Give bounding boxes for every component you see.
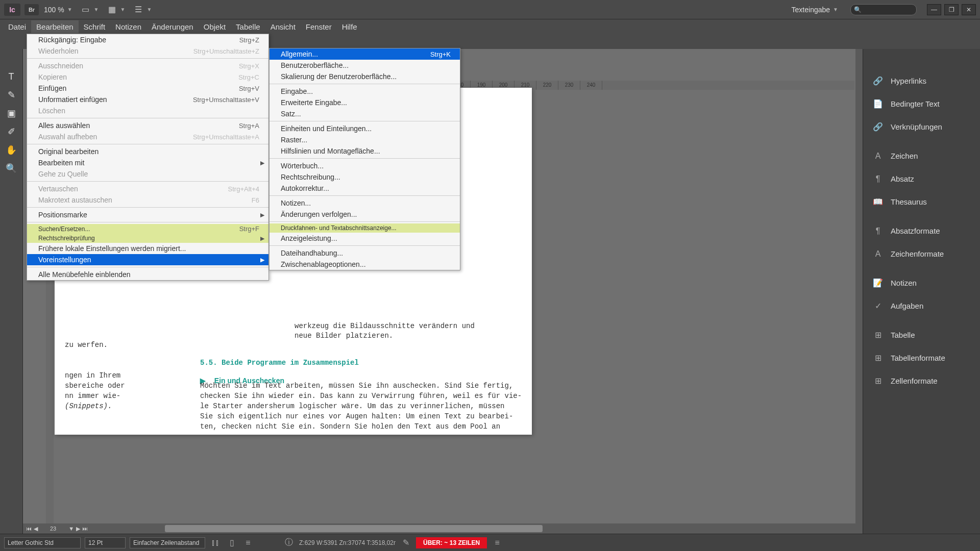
zoom-tool-icon[interactable]: 🔍 [4, 161, 19, 176]
leading-select[interactable]: Einfacher Zeilenabstand [130, 537, 205, 548]
menu-item-label: Gehe zu Quelle [38, 170, 88, 178]
panel-icon: ⊞ [872, 375, 884, 387]
menu-item[interactable]: Wörterbuch... [270, 160, 460, 171]
menu-item[interactable]: Bearbeiten mit▶ [27, 157, 268, 168]
menu-item[interactable]: Benutzeroberfläche... [270, 60, 460, 71]
chevron-down-icon[interactable]: ▼ [146, 7, 152, 12]
menu-item[interactable]: Rechtschreibung... [270, 171, 460, 183]
last-page-icon[interactable]: ⏭ [82, 525, 88, 532]
view-options-icon[interactable]: ☰ [132, 4, 144, 15]
next-page-icon[interactable]: ▶ [76, 525, 80, 532]
panel-absatz[interactable]: ¶Absatz [863, 167, 980, 190]
first-page-icon[interactable]: ⏮ [26, 525, 32, 532]
menu-item[interactable]: EinfügenStrg+V [27, 83, 268, 94]
panel-hyperlinks[interactable]: 🔗Hyperlinks [863, 69, 980, 92]
menu-icon[interactable]: ≡ [242, 537, 254, 548]
panel-zeichenformate[interactable]: AZeichenformate [863, 242, 980, 265]
panel-zeichen[interactable]: AZeichen [863, 144, 980, 167]
page-num-field[interactable]: 23 [40, 525, 66, 532]
menu-item[interactable]: Erweiterte Eingabe... [270, 97, 460, 108]
menu-item[interactable]: Einheiten und Einteilungen... [270, 123, 460, 134]
minimize-button[interactable]: — [927, 4, 941, 15]
arrange-icon[interactable]: ▦ [106, 4, 118, 15]
bridge-icon[interactable]: Br [24, 4, 39, 15]
menu-item[interactable]: Rückgängig: EingabeStrg+Z [27, 34, 268, 45]
menu-item[interactable]: Druckfahnen- und Textabschnittsanzeige..… [270, 223, 460, 233]
workspace-label[interactable]: Texteingabe [792, 6, 830, 14]
panel-verknüpfungen[interactable]: 🔗Verknüpfungen [863, 115, 980, 138]
body-text: le Starter andersherum logischer wäre. U… [200, 402, 505, 412]
panel-icon: ¶ [872, 173, 884, 185]
menu-item[interactable]: Skalierung der Benutzeroberfläche... [270, 71, 460, 82]
font-size-select[interactable]: 12 Pt [85, 537, 126, 548]
chevron-down-icon[interactable]: ▼ [68, 525, 74, 532]
panel-thesaurus[interactable]: 📖Thesaurus [863, 190, 980, 213]
menu-item[interactable]: Eingabe... [270, 86, 460, 97]
font-family-select[interactable]: Letter Gothic Std [4, 537, 81, 548]
menu-objekt[interactable]: Objekt [199, 20, 231, 33]
overset-warning[interactable]: ÜBER: ~ 13 ZEILEN [416, 537, 487, 548]
panel-label: Zeichen [891, 152, 918, 160]
menu-item[interactable]: Original bearbeiten [27, 146, 268, 157]
close-button[interactable]: ✕ [962, 4, 976, 15]
horizontal-scrollbar[interactable] [156, 523, 863, 534]
menu-bearbeiten[interactable]: Bearbeiten [31, 20, 79, 33]
position-tool-icon[interactable]: ▣ [4, 106, 19, 120]
menu-item[interactable]: Satz... [270, 108, 460, 119]
panel-aufgaben[interactable]: ✓Aufgaben [863, 294, 980, 317]
menu-item-label: Druckfahnen- und Textabschnittsanzeige..… [281, 224, 397, 232]
menu-hilfe[interactable]: Hilfe [337, 20, 362, 33]
chevron-down-icon[interactable]: ▼ [120, 7, 126, 12]
menu-item[interactable]: Hilfslinien und Montagefläche... [270, 145, 460, 157]
menu-item[interactable]: Zwischenablageoptionen... [270, 259, 460, 270]
tracking-icon[interactable]: ✎ [400, 537, 412, 548]
screen-mode-icon[interactable]: ▭ [80, 4, 92, 15]
chevron-down-icon[interactable]: ▼ [67, 7, 72, 12]
menu-fenster[interactable]: Fenster [301, 20, 337, 33]
menu-item[interactable]: Suchen/Ersetzen...Strg+F [27, 224, 268, 234]
menu-item[interactable]: Raster... [270, 134, 460, 145]
search-input[interactable]: 🔍 [850, 4, 917, 15]
menu-item[interactable]: Voreinstellungen▶ [27, 254, 268, 265]
menu-item[interactable]: Autokorrektur... [270, 183, 460, 194]
menu-tabelle[interactable]: Tabelle [231, 20, 265, 33]
panel-notizen[interactable]: 📝Notizen [863, 271, 980, 294]
menu-item[interactable]: Frühere lokale Einstellungen werden migr… [27, 243, 268, 254]
panel-tabellenformate[interactable]: ⊞Tabellenformate [863, 346, 980, 369]
menu-datei[interactable]: Datei [3, 20, 31, 33]
menu-notizen[interactable]: Notizen [110, 20, 146, 33]
menu-item[interactable]: Anzeigeleistung... [270, 233, 460, 244]
zoom-level[interactable]: 100 % [44, 6, 64, 14]
columns-icon[interactable]: ⫿⫿ [209, 537, 222, 548]
chevron-down-icon[interactable]: ▼ [94, 7, 99, 12]
menu-item-label: Benutzeroberfläche... [281, 61, 349, 69]
hand-tool-icon[interactable]: ✋ [4, 143, 19, 157]
menu-item[interactable]: Unformatiert einfügenStrg+Umschalttaste+… [27, 94, 268, 105]
menu-item[interactable]: Dateihandhabung... [270, 247, 460, 259]
menu-item[interactable]: Alle Menübefehle einblenden [27, 269, 268, 280]
prev-page-icon[interactable]: ◀ [34, 525, 38, 532]
menu-icon[interactable]: ≡ [491, 537, 503, 548]
menu-item[interactable]: Änderungen verfolgen... [270, 209, 460, 220]
menu-item[interactable]: Alles auswählenStrg+A [27, 120, 268, 131]
vertical-scrollbar[interactable] [855, 49, 863, 523]
menu-schrift[interactable]: Schrift [79, 20, 111, 33]
menu-ansicht[interactable]: Ansicht [265, 20, 301, 33]
note-tool-icon[interactable]: ✎ [4, 88, 19, 102]
panel-tabelle[interactable]: ⊞Tabelle [863, 323, 980, 346]
maximize-button[interactable]: ❐ [944, 4, 959, 15]
menu-item[interactable]: Rechtschreibprüfung▶ [27, 234, 268, 243]
menu-item-label: Alles auswählen [38, 121, 90, 130]
menu-item[interactable]: Notizen... [270, 197, 460, 209]
eyedropper-tool-icon[interactable]: ✐ [4, 124, 19, 139]
menu-item[interactable]: Allgemein...Strg+K [270, 48, 460, 60]
page-navigator[interactable]: ⏮ ◀ 23 ▼ ▶ ⏭ [23, 523, 156, 534]
panel-absatzformate[interactable]: ¶Absatzformate [863, 219, 980, 242]
frame-icon[interactable]: ▯ [226, 537, 238, 548]
panel-bedingter text[interactable]: 📄Bedingter Text [863, 92, 980, 115]
chevron-down-icon[interactable]: ▼ [833, 7, 838, 12]
type-tool-icon[interactable]: T [4, 69, 19, 84]
menu-item[interactable]: Positionsmarke▶ [27, 209, 268, 220]
menu-aenderungen[interactable]: Änderungen [146, 20, 199, 33]
panel-zellenformate[interactable]: ⊞Zellenformate [863, 369, 980, 392]
